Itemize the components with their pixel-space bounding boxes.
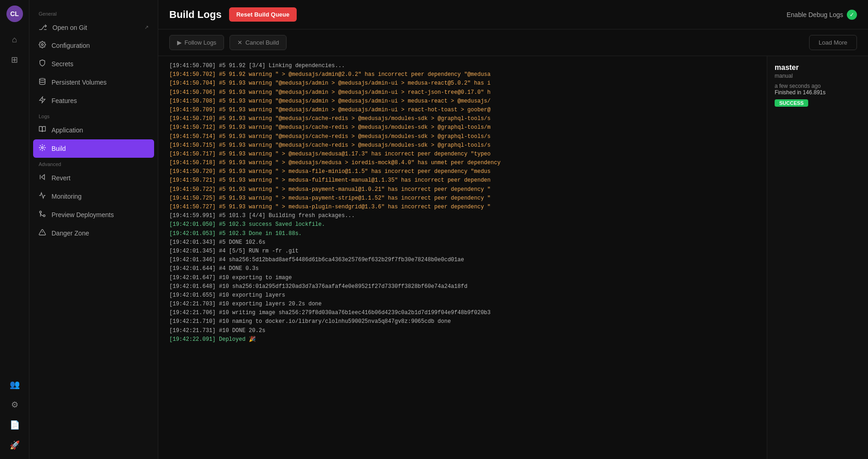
docs-icon[interactable]: 📄: [6, 417, 23, 433]
team-icon[interactable]: 👥: [6, 376, 23, 393]
build-icon: [39, 144, 46, 153]
sidebar-item-label: Preview Deployments: [52, 211, 114, 218]
log-line: [19:41:50.702] #5 91.92 warning " > @med…: [169, 70, 756, 79]
log-line: [19:42:01.343] #5 DONE 102.6s: [169, 238, 756, 247]
svg-marker-2: [40, 97, 45, 103]
log-line: [19:42:01.346] #4 sha256:5d12bbad8aef544…: [169, 256, 756, 264]
external-link-icon: ↗: [144, 24, 149, 30]
sidebar-item-label: Revert: [52, 174, 70, 182]
log-line: [19:42:21.710] #10 naming to docker.io/l…: [169, 317, 756, 326]
preview-icon: [39, 210, 46, 219]
log-line: [19:41:50.712] #5 91.93 warning "@medusa…: [169, 123, 756, 132]
sidebar-item-label: Persistent Volumes: [52, 79, 107, 86]
log-line: [19:41:50.727] #5 91.93 warning " > medu…: [169, 203, 756, 212]
danger-icon: [39, 229, 46, 238]
sidebar-item-preview-deployments[interactable]: Preview Deployments: [29, 206, 158, 224]
log-line: [19:42:21.703] #10 exporting layers 20.2…: [169, 300, 756, 309]
sidebar-item-configuration[interactable]: Configuration: [29, 36, 158, 55]
build-status-badge: SUCCESS: [775, 99, 808, 107]
git-icon: ⎇: [39, 23, 47, 32]
sidebar-item-label: Open on Git: [52, 24, 87, 31]
log-line: [19:42:01.647] #10 exporting to image: [169, 274, 756, 282]
avatar[interactable]: CL: [6, 6, 23, 22]
sidebar-item-label: Configuration: [52, 42, 90, 49]
log-toolbar: ▶ Follow Logs ✕ Cancel Build Load More: [158, 29, 868, 56]
log-line: [19:41:50.722] #5 91.93 warning " > medu…: [169, 185, 756, 194]
monitoring-icon: [39, 192, 46, 201]
log-line: [19:41:50.717] #5 91.93 warning " > @med…: [169, 150, 756, 159]
sidebar-item-secrets[interactable]: Secrets: [29, 55, 158, 73]
home-icon[interactable]: ⌂: [6, 31, 23, 48]
log-line: [19:41:50.704] #5 91.93 warning "@medusa…: [169, 79, 756, 88]
log-line: [19:41:50.709] #5 91.93 warning "@medusa…: [169, 106, 756, 115]
debug-label: Enable Debug Logs: [787, 11, 843, 18]
page-header: Build Logs Reset Build Queue Enable Debu…: [158, 0, 868, 29]
load-more-button[interactable]: Load More: [809, 35, 857, 50]
log-content[interactable]: [19:41:50.700] #5 91.92 [3/4] Linking de…: [158, 56, 767, 459]
build-info-panel: master manual a few seconds ago Finished…: [767, 56, 868, 459]
log-line: [19:41:50.720] #5 91.93 warning " > medu…: [169, 167, 756, 176]
sidebar-item-monitoring[interactable]: Monitoring: [29, 187, 158, 206]
log-line: [19:42:21.706] #10 writing image sha256:…: [169, 309, 756, 317]
settings-icon[interactable]: ⚙: [6, 396, 23, 413]
log-line: [19:42:22.091] Deployed 🎉: [169, 335, 756, 344]
configuration-icon: [39, 41, 46, 50]
log-line: [19:41:50.706] #5 91.93 warning "@medusa…: [169, 88, 756, 97]
sidebar-item-open-on-git[interactable]: ⎇ Open on Git ↗: [29, 18, 158, 36]
svg-point-1: [40, 78, 45, 80]
log-line: [19:41:50.721] #5 91.93 warning " > medu…: [169, 176, 756, 185]
svg-marker-4: [41, 175, 45, 180]
build-branch: master: [775, 63, 861, 72]
svg-point-7: [40, 211, 41, 213]
build-time: a few seconds ago: [775, 83, 861, 89]
build-trigger: manual: [775, 73, 861, 79]
log-line: [19:41:50.708] #5 91.93 warning "@medusa…: [169, 97, 756, 106]
svg-point-0: [41, 44, 43, 46]
log-line: [19:42:01.655] #10 exporting layers: [169, 291, 756, 300]
layers-icon[interactable]: ⊞: [6, 52, 23, 68]
log-line: [19:41:59.991] #5 101.3 [4/4] Building f…: [169, 212, 756, 220]
general-section-label: General: [29, 7, 158, 18]
sidebar-item-persistent-volumes[interactable]: Persistent Volumes: [29, 73, 158, 92]
sidebar-item-label: Features: [52, 97, 77, 104]
cancel-icon: ✕: [237, 39, 242, 46]
log-line: [19:42:01.648] #10 sha256:01a295df1320ad…: [169, 282, 756, 291]
icon-bar: CL ⌂ ⊞ 👥 ⚙ 📄 🚀: [0, 0, 29, 459]
reset-build-queue-button[interactable]: Reset Build Queue: [229, 7, 297, 22]
log-line: [19:41:50.725] #5 91.93 warning " > medu…: [169, 194, 756, 203]
cancel-build-label: Cancel Build: [245, 39, 279, 46]
log-line: [19:41:50.700] #5 91.92 [3/4] Linking de…: [169, 62, 756, 70]
log-line: [19:42:01.053] #5 102.3 Done in 101.88s.: [169, 230, 756, 238]
sidebar-item-label: Build: [52, 145, 66, 152]
log-line: [19:42:01.644] #4 DONE 0.3s: [169, 264, 756, 273]
cancel-build-button[interactable]: ✕ Cancel Build: [230, 35, 287, 50]
log-line: [19:41:50.715] #5 91.93 warning "@medusa…: [169, 141, 756, 150]
advanced-section-label: Advanced: [29, 158, 158, 169]
log-area: [19:41:50.700] #5 91.92 [3/4] Linking de…: [158, 56, 868, 459]
follow-logs-button[interactable]: ▶ Follow Logs: [169, 35, 224, 50]
header-right: Enable Debug Logs ✓: [787, 10, 857, 20]
debug-enabled-icon[interactable]: ✓: [847, 10, 857, 20]
application-icon: [39, 126, 46, 135]
features-icon: [39, 96, 46, 105]
sidebar-item-build[interactable]: Build: [33, 139, 154, 158]
svg-point-3: [41, 147, 43, 149]
sidebar-item-application[interactable]: Application: [29, 121, 158, 139]
sidebar-item-revert[interactable]: Revert: [29, 169, 158, 187]
secrets-icon: [39, 59, 46, 69]
log-line: [19:42:01.050] #5 102.3 success Saved lo…: [169, 220, 756, 229]
log-line: [19:42:01.345] #4 [5/5] RUN rm -fr .git: [169, 247, 756, 256]
logs-section-label: Logs: [29, 110, 158, 121]
revert-icon: [39, 173, 46, 183]
log-line: [19:41:50.714] #5 91.93 warning "@medusa…: [169, 132, 756, 141]
sidebar-item-label: Secrets: [52, 60, 73, 68]
follow-icon: ▶: [177, 39, 182, 46]
log-line: [19:41:50.710] #5 91.93 warning "@medusa…: [169, 115, 756, 123]
sidebar: General ⎇ Open on Git ↗ Configuration Se…: [29, 0, 158, 459]
svg-point-6: [43, 215, 45, 217]
page-title: Build Logs: [169, 9, 222, 21]
sidebar-item-features[interactable]: Features: [29, 92, 158, 110]
deploy-icon[interactable]: 🚀: [6, 437, 23, 453]
volumes-icon: [39, 78, 46, 87]
sidebar-item-danger-zone[interactable]: Danger Zone: [29, 224, 158, 242]
